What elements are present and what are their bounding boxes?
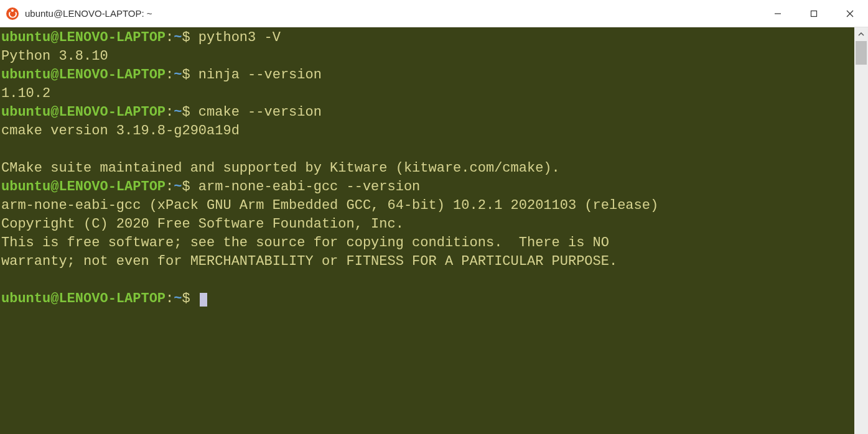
scroll-thumb[interactable]	[856, 41, 867, 65]
minimize-button[interactable]	[760, 0, 796, 27]
maximize-button[interactable]	[796, 0, 832, 27]
svg-rect-1	[811, 11, 817, 16]
prompt-colon: :	[166, 67, 174, 83]
command-text: arm-none-eabi-gcc --version	[198, 179, 420, 195]
prompt-path: ~	[174, 30, 182, 45]
prompt-colon: :	[166, 104, 174, 120]
prompt-dollar: $	[182, 291, 190, 307]
prompt-user-host: ubuntu@LENOVO-LAPTOP	[1, 67, 166, 83]
prompt-path: ~	[174, 67, 182, 83]
cursor	[200, 293, 207, 307]
terminal-wrapper: ubuntu@LENOVO-LAPTOP:~$ python3 -VPython…	[0, 27, 868, 434]
scroll-up-button[interactable]	[854, 27, 868, 41]
output-line: warranty; not even for MERCHANTABILITY o…	[1, 252, 854, 271]
prompt-colon: :	[166, 179, 174, 195]
titlebar: ubuntu@LENOVO-LAPTOP: ~	[0, 0, 868, 27]
minimize-icon	[774, 10, 782, 17]
prompt-colon: :	[166, 30, 174, 45]
terminal-line: ubuntu@LENOVO-LAPTOP:~$ ninja --version	[1, 66, 854, 85]
scrollbar[interactable]	[854, 27, 868, 434]
command-text: python3 -V	[198, 30, 281, 45]
prompt-path: ~	[174, 291, 182, 307]
prompt-dollar: $	[182, 179, 190, 195]
output-line: arm-none-eabi-gcc (xPack GNU Arm Embedde…	[1, 196, 854, 215]
output-line	[1, 271, 854, 290]
prompt-user-host: ubuntu@LENOVO-LAPTOP	[1, 291, 166, 307]
prompt-path: ~	[174, 104, 182, 120]
terminal-line: ubuntu@LENOVO-LAPTOP:~$ python3 -V	[1, 29, 854, 47]
prompt-dollar: $	[182, 67, 190, 83]
close-icon	[846, 10, 854, 17]
prompt-user-host: ubuntu@LENOVO-LAPTOP	[1, 179, 166, 195]
ubuntu-icon	[6, 7, 19, 20]
terminal-line: ubuntu@LENOVO-LAPTOP:~$ cmake --version	[1, 103, 854, 122]
terminal-line: ubuntu@LENOVO-LAPTOP:~$	[1, 290, 854, 308]
maximize-icon	[810, 10, 818, 17]
output-line: cmake version 3.19.8-g290a19d	[1, 122, 854, 141]
output-line	[1, 141, 854, 159]
output-line: Python 3.8.10	[1, 47, 854, 66]
chevron-up-icon	[858, 32, 864, 36]
prompt-user-host: ubuntu@LENOVO-LAPTOP	[1, 30, 166, 45]
output-line: This is free software; see the source fo…	[1, 234, 854, 252]
command-text: ninja --version	[198, 67, 322, 83]
window-controls	[760, 0, 868, 27]
window-title: ubuntu@LENOVO-LAPTOP: ~	[25, 8, 760, 19]
terminal[interactable]: ubuntu@LENOVO-LAPTOP:~$ python3 -VPython…	[0, 27, 854, 434]
close-button[interactable]	[832, 0, 868, 27]
output-line: 1.10.2	[1, 85, 854, 103]
output-line: Copyright (C) 2020 Free Software Foundat…	[1, 215, 854, 234]
terminal-line: ubuntu@LENOVO-LAPTOP:~$ arm-none-eabi-gc…	[1, 178, 854, 196]
command-text: cmake --version	[198, 104, 322, 120]
prompt-user-host: ubuntu@LENOVO-LAPTOP	[1, 104, 166, 120]
prompt-dollar: $	[182, 104, 190, 120]
prompt-path: ~	[174, 179, 182, 195]
prompt-colon: :	[166, 291, 174, 307]
output-line: CMake suite maintained and supported by …	[1, 159, 854, 178]
prompt-dollar: $	[182, 30, 190, 45]
